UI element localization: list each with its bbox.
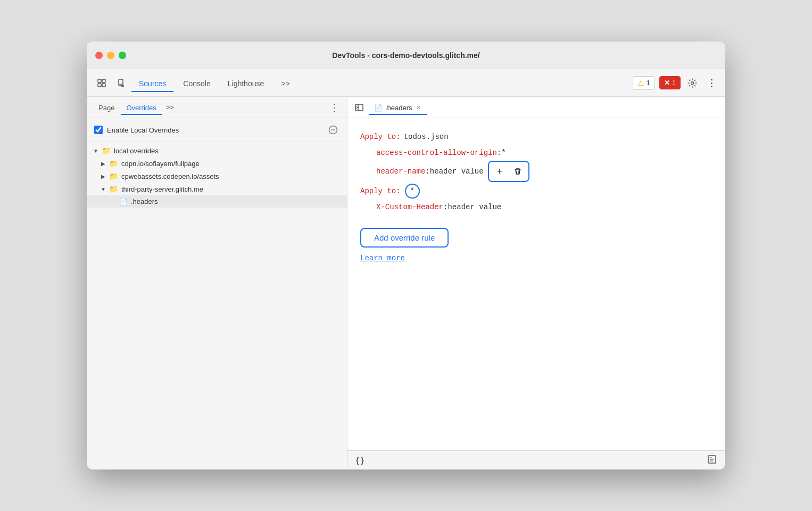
content-tab-headers[interactable]: 📄 .headers ✕ (369, 102, 427, 115)
tree-label-cpweb: cpwebassets.codepen.io/assets (121, 172, 219, 180)
svg-rect-1 (98, 84, 101, 87)
close-button[interactable] (95, 52, 103, 59)
editor-block2-header1: X-Custom-Header : header value (360, 199, 712, 215)
sidebar: Page Overrides >> ⋮ Enable Local Overrid… (87, 97, 347, 469)
file-icon-headers: 📄 (120, 198, 128, 205)
warning-badge[interactable]: ⚠ 1 (633, 76, 655, 90)
apply-value-1: todos.json (404, 129, 449, 144)
svg-rect-0 (98, 79, 101, 83)
header-val-custom-sep: : (443, 200, 448, 215)
folder-icon-cdpn: 📁 (109, 159, 118, 168)
header-val-1: : (497, 145, 501, 160)
titlebar: DevTools - cors-demo-devtools.glitch.me/ (87, 42, 725, 69)
svg-rect-2 (102, 79, 105, 83)
more-options-button[interactable]: ⋮ (704, 76, 719, 90)
folder-icon-cpweb: 📁 (109, 172, 118, 180)
enable-overrides-row: Enable Local Overrides (87, 118, 347, 142)
tab-file-icon: 📄 (374, 104, 383, 112)
svg-line-15 (357, 108, 358, 109)
content-tabs: 📄 .headers ✕ (347, 97, 725, 118)
header-key-custom: X-Custom-Header (376, 200, 443, 215)
learn-more-section: Learn more (360, 250, 712, 266)
sidebar-tab-page[interactable]: Page (93, 102, 120, 115)
folder-icon-third-party: 📁 (109, 185, 118, 193)
window-title: DevTools - cors-demo-devtools.glitch.me/ (332, 51, 479, 60)
tab-more[interactable]: >> (274, 76, 297, 92)
tab-sources[interactable]: Sources (131, 76, 173, 92)
toolbar-right: ⚠ 1 ✕ 1 ⋮ (633, 76, 719, 90)
add-override-rule-button[interactable]: Add override rule (360, 228, 449, 248)
tree-arrow-cpweb: ▶ (100, 174, 107, 179)
tree-label-third-party: third-party-server.glitch.me (121, 185, 203, 193)
editor-block1-apply: Apply to: todos.json (360, 129, 712, 145)
learn-more-link[interactable]: Learn more (360, 251, 405, 266)
devtools-window: DevTools - cors-demo-devtools.glitch.me/… (87, 42, 725, 469)
tab-console[interactable]: Console (176, 76, 218, 92)
minimize-button[interactable] (107, 52, 114, 59)
tab-close-button[interactable]: ✕ (415, 104, 422, 112)
enable-overrides-label: Enable Local Overrides (107, 126, 322, 134)
svg-point-6 (120, 84, 121, 85)
delete-header-button[interactable] (509, 163, 526, 180)
folder-icon-local: 📁 (102, 146, 111, 155)
toolbar: Sources Console Lighthouse >> ⚠ 1 ✕ 1 ⋮ (87, 69, 725, 97)
main-layout: Page Overrides >> ⋮ Enable Local Overrid… (87, 97, 725, 469)
tab-label: .headers (385, 104, 412, 112)
header-val-custom-value: header value (448, 200, 501, 215)
settings-button[interactable] (685, 76, 700, 90)
tree-item-cpweb[interactable]: ▶ 📁 cpwebassets.codepen.io/assets (87, 170, 347, 183)
maximize-button[interactable] (119, 52, 126, 59)
tab-lighthouse[interactable]: Lighthouse (220, 76, 272, 92)
editor-block2-apply: Apply to: * (360, 183, 712, 199)
bottom-bar: { } (347, 450, 725, 469)
error-badge[interactable]: ✕ 1 (659, 76, 681, 89)
tree-arrow-third-party: ▼ (100, 186, 107, 192)
apply-label-1: Apply to: (360, 129, 401, 144)
header-val-1-value: * (501, 145, 506, 160)
header-key-2: header-name (376, 164, 425, 179)
tree-arrow-cdpn: ▶ (100, 161, 107, 167)
file-tree: ▼ 📁 local overrides ▶ 📁 cdpn.io/sofiayem… (87, 142, 347, 469)
svg-rect-12 (355, 104, 363, 111)
tree-arrow-local: ▼ (92, 148, 100, 154)
editor: Apply to: todos.json access-control-allo… (347, 118, 725, 450)
bottom-right (707, 455, 717, 466)
tree-item-cdpn[interactable]: ▶ 📁 cdpn.io/sofiayem/fullpage (87, 157, 347, 170)
format-braces[interactable]: { } (356, 456, 364, 465)
apply-label-2: Apply to: (360, 184, 401, 199)
device-toggle-button[interactable] (112, 75, 129, 92)
traffic-lights (95, 52, 126, 59)
svg-point-9 (691, 81, 694, 84)
enable-overrides-checkbox[interactable] (94, 126, 103, 134)
sidebar-toggle-button[interactable] (352, 100, 367, 115)
clear-overrides-button[interactable] (327, 123, 339, 136)
editor-block1-header2: header-name : header value + (360, 161, 712, 182)
add-delete-buttons: + (488, 161, 529, 182)
sidebar-menu-button[interactable]: ⋮ (328, 101, 341, 114)
header-val-2: : (425, 164, 429, 179)
tree-item-local-overrides[interactable]: ▼ 📁 local overrides (87, 144, 347, 157)
tree-label-cdpn: cdpn.io/sofiayem/fullpage (121, 160, 200, 168)
add-override-section: Add override rule (360, 220, 712, 250)
sidebar-tabs: Page Overrides >> ⋮ (87, 97, 347, 118)
svg-rect-3 (102, 84, 105, 87)
format-icon[interactable] (707, 455, 717, 466)
header-val-2-value: header value (430, 164, 484, 179)
tree-item-third-party[interactable]: ▼ 📁 third-party-server.glitch.me (87, 183, 347, 195)
apply-wildcard-badge[interactable]: * (405, 184, 420, 199)
header-key-1: access-control-allow-origin (376, 145, 497, 160)
sidebar-tab-more[interactable]: >> (163, 101, 177, 113)
tree-label-local: local overrides (114, 147, 159, 155)
inspect-button[interactable] (93, 75, 110, 92)
add-header-button[interactable]: + (491, 163, 508, 180)
tree-item-headers-file[interactable]: ▶ 📄 .headers (87, 195, 347, 208)
editor-block1-header1: access-control-allow-origin : * (360, 145, 712, 161)
tree-label-headers: .headers (131, 197, 158, 205)
sidebar-tab-overrides[interactable]: Overrides (121, 102, 161, 115)
content-area: 📄 .headers ✕ Apply to: todos.json access… (347, 97, 725, 469)
